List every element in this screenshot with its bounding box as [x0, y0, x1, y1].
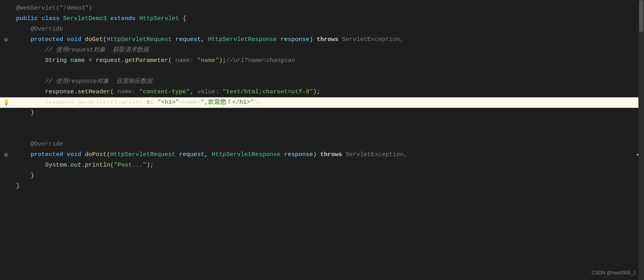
line-content: // 使用request对象 获取请求数据: [12, 45, 644, 55]
code-line: [0, 129, 644, 139]
line-gutter: [0, 153, 12, 156]
line-content: @Override: [12, 140, 644, 149]
code-line: [0, 66, 644, 76]
line-content: protected void doPost(HttpServletRequest…: [12, 150, 644, 160]
code-line: String name = request.getParameter( name…: [0, 56, 644, 66]
side-mark-warning: [637, 154, 638, 155]
line-content: }: [12, 181, 644, 191]
line-content: String name = request.getParameter( name…: [12, 56, 644, 66]
line-content: public class ServletDemo3 extends HttpSe…: [12, 14, 644, 24]
code-line: }: [0, 171, 644, 181]
line-content: @WebServlet("/demo3"): [12, 4, 644, 13]
line-content: response.getWriter().write( s: "<h1>"+na…: [12, 98, 644, 107]
breakpoint-dot[interactable]: [4, 153, 8, 156]
code-line: @Override: [0, 24, 644, 35]
code-line: protected void doGet(HttpServletRequest …: [0, 35, 644, 45]
line-content: response.setHeader( name: "content-type"…: [12, 87, 644, 97]
code-editor: @WebServlet("/demo3")public class Servle…: [0, 0, 644, 280]
line-content: // 使用response对象 设置响应数据: [12, 77, 644, 86]
code-line: // 使用request对象 获取请求数据: [0, 45, 644, 56]
code-line: System.out.println("Post...");: [0, 160, 644, 171]
code-line: }: [0, 181, 644, 191]
code-line: public class ServletDemo3 extends HttpSe…: [0, 14, 644, 24]
code-lines-container: @WebServlet("/demo3")public class Servle…: [0, 3, 644, 191]
scrollbar[interactable]: [638, 0, 644, 280]
code-line: response.setHeader( name: "content-type"…: [0, 87, 644, 97]
line-content: @Override: [12, 25, 644, 34]
watermark: CSDN @heart000_1: [592, 269, 636, 277]
breakpoint-dot[interactable]: [4, 38, 8, 41]
code-line: @Override: [0, 139, 644, 150]
line-gutter: 💡: [0, 98, 12, 107]
code-line: // 使用response对象 设置响应数据: [0, 76, 644, 87]
line-content: System.out.println("Post...");: [12, 161, 644, 170]
code-line: [0, 118, 644, 129]
code-line: 💡 response.getWriter().write( s: "<h1>"+…: [0, 97, 644, 108]
line-content: }: [12, 171, 644, 181]
code-line: protected void doPost(HttpServletRequest…: [0, 150, 644, 160]
code-line: }: [0, 108, 644, 118]
side-indicator: [637, 0, 638, 280]
scrollbar-thumb[interactable]: [639, 0, 643, 32]
line-content: protected void doGet(HttpServletRequest …: [12, 35, 644, 45]
line-gutter: [0, 38, 12, 41]
bulb-icon[interactable]: 💡: [3, 98, 10, 107]
code-line: @WebServlet("/demo3"): [0, 3, 644, 14]
line-content: }: [12, 108, 644, 118]
